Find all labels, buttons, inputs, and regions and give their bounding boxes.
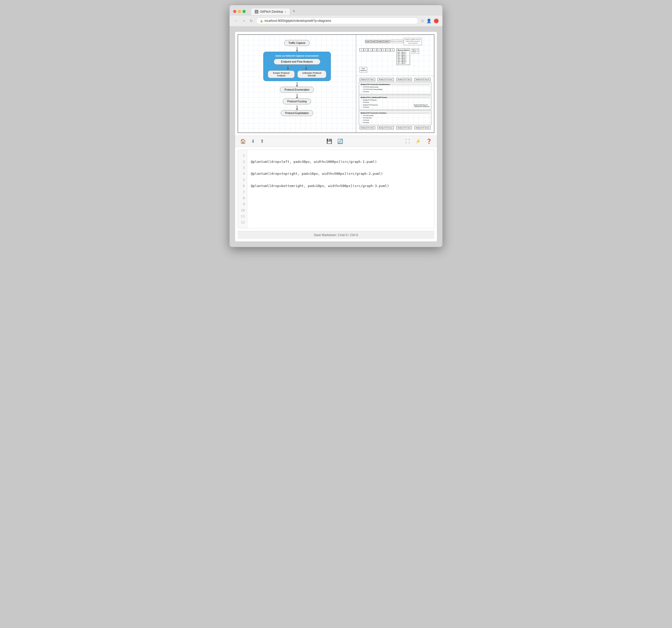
back-button[interactable]: ← xyxy=(233,18,239,23)
mem-write-buffer: Bytes to Write (max of write buffer) (no… xyxy=(404,38,422,45)
help-icon[interactable]: ❓ xyxy=(426,138,432,144)
actor-modbus-server-2: ModbusTCP Server xyxy=(414,78,431,81)
fullscreen-icon[interactable]: ⛶ xyxy=(405,139,410,144)
line-num-4: 4 xyxy=(240,171,245,177)
preview-area: Traffic Capture Same as Network Capture … xyxy=(238,34,434,133)
code-line-7 xyxy=(251,189,431,195)
code-line-3 xyxy=(251,165,431,171)
code-line-4: @plantuml[drop=topright, pad=10px, width… xyxy=(251,171,431,177)
code-content[interactable]: @plantuml[drop=left, pad=30px, width=100… xyxy=(247,150,434,228)
refresh-icon[interactable]: 🔄 xyxy=(337,138,343,144)
arrow-1 xyxy=(297,47,297,51)
code-line-10 xyxy=(251,207,431,213)
actor-modbus-server-3: ModbusTCP Server xyxy=(378,126,394,129)
security-icon[interactable]: 🔴 xyxy=(434,19,439,23)
sequence-diagram: ModbusTCP Client ModbusTCP Server Modbus… xyxy=(358,78,432,129)
download-icon[interactable]: ⬇ xyxy=(251,138,255,144)
diagram-left: Traffic Capture Same as Network Capture … xyxy=(238,35,356,133)
status-text: Save Markdown: Cmd-S / Ctrl-S xyxy=(314,233,358,237)
code-line-11 xyxy=(251,213,431,219)
bit-1b: 1 xyxy=(368,48,373,51)
endpoint-flow-node: Endpoint and Flow Analysis xyxy=(274,59,320,65)
actor-modbus-client-4: ModbusTCP Client xyxy=(396,126,412,129)
modbus-udp-packet: ModbusTCP vs ModbusUDP Packet → ModbusTC… xyxy=(359,95,431,110)
known-protocol-node: Known Protocol Analysis xyxy=(268,70,295,78)
connection-teardown: ModbusTCP Connection Teardown → TCP FIN … xyxy=(359,111,431,125)
actor-modbus-client-2: ModbusTCP Client xyxy=(396,78,412,81)
actor-modbus-client-1: ModbusTCP Client xyxy=(360,78,375,81)
code-line-5 xyxy=(251,177,431,183)
line-num-2: 2 xyxy=(240,159,245,165)
browser-window: G GitPitch Desktop × + ← → ↻ 🔒 localhost… xyxy=(230,5,442,247)
msg-tcp-ack-3: ← TCP ACK xyxy=(360,106,379,108)
code-line-12 xyxy=(251,219,431,225)
mem-cell-be: 0xBE xyxy=(377,40,383,43)
editor-panel: Traffic Capture Same as Network Capture … xyxy=(235,31,437,242)
mem-header-row: 0xA0 0x00 0xBE 0xEF Memory Location Byte… xyxy=(359,38,431,45)
flowchart: Traffic Capture Same as Network Capture … xyxy=(242,39,352,116)
lock-icon: 🔒 xyxy=(260,20,263,22)
write-read-note: Write = 0Read = 1 xyxy=(412,48,419,54)
close-button[interactable] xyxy=(233,10,236,13)
memory-blocks-list: Memory Blocks 000 = Block 0 001 = Block … xyxy=(397,48,410,65)
active-tab[interactable]: G GitPitch Desktop × xyxy=(251,8,290,15)
code-line-9 xyxy=(251,201,431,207)
memory-diagram-panel: 0xA0 0x00 0xBE 0xEF Memory Location Byte… xyxy=(356,35,434,76)
line-num-6: 6 xyxy=(240,183,245,189)
status-bar: Save Markdown: Cmd-S / Ctrl-S xyxy=(238,231,434,239)
tab-bar: G GitPitch Desktop × + xyxy=(251,8,297,15)
address-actions: ☆ 👤 🔴 xyxy=(421,19,439,23)
line-num-8: 8 xyxy=(240,195,245,201)
teardown-title: ModbusTCP Connection Teardown xyxy=(360,112,430,114)
msg-tcp-syn-ack: ← TCP SYN-ACK (Acknowledge) xyxy=(360,88,430,90)
chip-address-label: ChipAddress xyxy=(359,67,367,73)
mem-cell-a0: 0xA0 xyxy=(365,40,371,43)
msg-tcp-ack-2: → TCP ACK xyxy=(360,101,430,103)
bit-0a: 0 xyxy=(364,48,368,51)
msg-tcp-ack-4: → TCP ACK xyxy=(360,119,430,121)
bookmark-icon[interactable]: ☆ xyxy=(421,19,424,23)
traffic-lights xyxy=(233,10,246,13)
seq-header-top: ModbusTCP Client ModbusTCP Server Modbus… xyxy=(358,78,432,81)
forward-button[interactable]: → xyxy=(241,18,247,23)
upload-icon[interactable]: ⬆ xyxy=(260,138,264,144)
connection-establishment: ModbusTCP Connection Establishment → TCP… xyxy=(359,82,431,94)
tab-favicon: G xyxy=(255,10,258,14)
profile-icon[interactable]: 👤 xyxy=(426,19,432,23)
line-num-11: 11 xyxy=(240,213,245,219)
modbus-udp-note: ModbusUDP Request →← ModbusUDP Response xyxy=(412,103,430,109)
title-bar: G GitPitch Desktop × + xyxy=(230,5,442,15)
code-editor[interactable]: 1 2 3 4 5 6 7 8 9 10 11 12 @plantuml[dro… xyxy=(238,149,434,228)
new-tab-button[interactable]: + xyxy=(291,8,297,15)
refresh-button[interactable]: ↻ xyxy=(249,18,254,23)
maximize-button[interactable] xyxy=(242,10,246,13)
home-icon[interactable]: 🏠 xyxy=(240,138,246,144)
msg-modbus-tcp-req: → ModbusTCP Request xyxy=(360,99,430,101)
toolbar: 🏠 ⬇ ⬆ 💾 🔄 ⛶ ⚡ ❓ xyxy=(235,136,437,147)
flash-icon[interactable]: ⚡ xyxy=(415,138,421,144)
sequence-diagram-panel: ModbusTCP Client ModbusTCP Server Modbus… xyxy=(356,76,434,133)
minimize-button[interactable] xyxy=(238,10,241,13)
side-boxes: Known Protocol Analysis Unknown Protocol… xyxy=(268,70,327,78)
mem-cell-00: 0x00 xyxy=(371,40,377,43)
toolbar-right: ⛶ ⚡ ❓ xyxy=(405,138,432,144)
arrow-2 xyxy=(297,82,297,86)
unknown-protocol-node: Unknown Protocol Decode xyxy=(297,70,326,78)
code-line-2: @plantuml[drop=left, pad=30px, width=100… xyxy=(251,159,431,165)
tab-close-button[interactable]: × xyxy=(285,10,286,13)
bit-row: 1 0 1 0 0 0 0 0 xyxy=(359,48,431,65)
line-num-12: 12 xyxy=(240,219,245,225)
save-icon[interactable]: 💾 xyxy=(327,138,332,144)
bit-0d: 0 xyxy=(381,48,386,51)
bit-0e: 0 xyxy=(386,48,390,51)
url-text: localhost:9000/gitpitch/desktop/edit?p=d… xyxy=(265,19,415,23)
msg-fin-ack: → TCP FIN (Finish) xyxy=(360,115,430,117)
content-area: Traffic Capture Same as Network Capture … xyxy=(230,26,442,247)
mem-cell-ef: 0xEF xyxy=(384,40,389,43)
line-numbers: 1 2 3 4 5 6 7 8 9 10 11 12 xyxy=(238,150,247,228)
diagram-right: 0xA0 0x00 0xBE 0xEF Memory Location Byte… xyxy=(356,35,434,133)
toolbar-center: 💾 🔄 xyxy=(327,138,343,144)
msg-tcp-ack-5: ← TCP ACK xyxy=(360,121,430,124)
url-bar[interactable]: 🔒 localhost:9000/gitpitch/desktop/edit?p… xyxy=(256,17,418,24)
arrow-3 xyxy=(297,94,297,97)
